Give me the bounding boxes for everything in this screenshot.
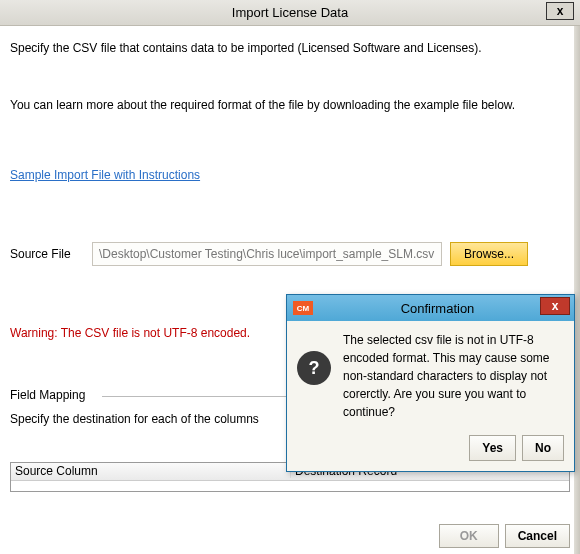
no-button[interactable]: No [522, 435, 564, 461]
window-title: Import License Data [232, 5, 348, 20]
question-icon: ? [297, 351, 331, 385]
sample-file-link[interactable]: Sample Import File with Instructions [10, 168, 200, 182]
source-file-row: Source File Browse... [10, 242, 570, 266]
source-file-label: Source File [10, 247, 84, 261]
confirmation-dialog: CM Confirmation x ? The selected csv fil… [286, 294, 575, 472]
close-button[interactable]: x [546, 2, 574, 20]
close-icon: x [557, 4, 564, 18]
col-source-column[interactable]: Source Column [11, 464, 291, 478]
window-titlebar: Import License Data x [0, 0, 580, 26]
question-glyph: ? [309, 358, 320, 379]
confirmation-title: Confirmation [301, 301, 574, 316]
confirmation-titlebar: CM Confirmation x [287, 295, 574, 321]
dialog-footer: OK Cancel [439, 524, 570, 548]
confirmation-close-button[interactable]: x [540, 297, 570, 315]
window-content: Specify the CSV file that contains data … [0, 26, 580, 554]
confirmation-footer: Yes No [287, 435, 574, 471]
intro-text-2: You can learn more about the required fo… [10, 97, 570, 114]
source-file-input[interactable] [92, 242, 442, 266]
close-icon: x [552, 299, 559, 313]
browse-button[interactable]: Browse... [450, 242, 528, 266]
cancel-button[interactable]: Cancel [505, 524, 570, 548]
confirmation-body: ? The selected csv file is not in UTF-8 … [287, 321, 574, 435]
yes-button[interactable]: Yes [469, 435, 516, 461]
window-border-right [574, 26, 580, 554]
intro-text-1: Specify the CSV file that contains data … [10, 40, 570, 57]
confirmation-message: The selected csv file is not in UTF-8 en… [343, 331, 562, 429]
ok-button: OK [439, 524, 499, 548]
field-mapping-legend-text: Field Mapping [10, 388, 85, 402]
